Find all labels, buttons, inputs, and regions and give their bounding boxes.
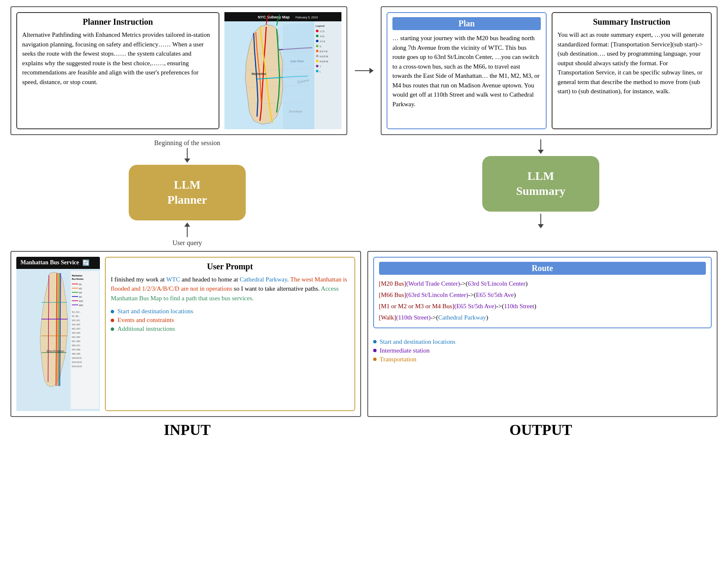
route-arrow-2: ->( (468, 292, 476, 298)
svg-point-18 (316, 60, 318, 62)
svg-text:Manhattan: Manhattan (72, 274, 82, 277)
svg-text:M3: M3 (79, 292, 82, 294)
top-boxes-row: Planner Instruction Alternative Pathfind… (10, 6, 718, 135)
svg-text:M20: M20 (79, 300, 83, 302)
svg-text:M15, M20: M15, M20 (72, 324, 81, 326)
svg-text:1 2 3: 1 2 3 (320, 30, 324, 33)
planner-instruction-title: Planner Instruction (22, 17, 214, 27)
route-bullet-purple (373, 349, 377, 352)
svg-text:N Q R W: N Q R W (320, 60, 328, 63)
legend-label-1: Start and destination locations (117, 308, 193, 315)
left-top-panel: Planner Instruction Alternative Pathfind… (10, 6, 347, 135)
route-arrow-1: ->( (460, 280, 468, 287)
route-service-2: [M66 Bus] (379, 292, 406, 298)
svg-point-12 (316, 45, 318, 47)
svg-text:M42, M50: M42, M50 (72, 336, 81, 338)
subway-map-svg: NYC Subway Map February 5, 2019 Legend 1… (224, 12, 341, 129)
planner-instruction-text: Alternative Pathfinding with Enhanced Me… (22, 30, 214, 87)
bus-map-header: Manhattan Bus Service 🔄 (16, 257, 100, 269)
svg-text:M57, M60: M57, M60 (72, 340, 81, 343)
summary-down-arrow (538, 139, 544, 154)
llm-row: Beginning of the session LLM Planner Use… (10, 137, 718, 249)
prompt-text-1: I finished my work at (111, 276, 166, 283)
svg-text:M102,M103: M102,M103 (72, 361, 82, 363)
route-from-4: (110th Street) (396, 314, 430, 321)
llm-summary-box: LLM Summary (482, 156, 599, 212)
output-label: OUTPUT (364, 421, 718, 439)
user-prompt-box: User Prompt I finished my work at WTC an… (105, 257, 355, 411)
route-line-4: [Walk](110th Street)->(Cathedral Parkway… (379, 312, 706, 323)
route-paren-3: ) (534, 303, 536, 309)
svg-text:M104,M116: M104,M116 (72, 366, 82, 368)
svg-text:L: L (320, 70, 321, 73)
route-service-1: [M20 Bus] (379, 280, 406, 287)
svg-text:Bx1, Bx2...: Bx1, Bx2... (72, 311, 81, 313)
svg-rect-4 (314, 21, 341, 129)
user-prompt-legend: Start and destination locations Events a… (111, 308, 349, 332)
svg-text:4 5 6: 4 5 6 (320, 35, 324, 38)
llm-right-section: LLM Summary (364, 137, 718, 249)
route-line-1: [M20 Bus](World Trade Center)->(63rd St/… (379, 278, 706, 289)
down-arrow-1 (184, 148, 190, 163)
route-to-4: Cathedral Parkway (438, 314, 486, 321)
route-from-1: (World Trade Center) (406, 280, 460, 287)
arrow-up-1 (184, 222, 190, 227)
route-legend: Start and destination locations Intermed… (373, 338, 712, 365)
route-legend-label-1: Start and destination locations (380, 338, 456, 345)
bus-map-svg: Manhattan Bus Routes M1 M2 M3 M4 M20 (16, 269, 100, 411)
bullet-red (111, 319, 114, 322)
route-bullet-blue (373, 340, 377, 343)
route-box: Route [M20 Bus](World Trade Center)->(63… (373, 257, 712, 328)
route-arrow-4: ->( (430, 314, 438, 321)
user-prompt-text: I finished my work at WTC and headed to … (111, 275, 349, 303)
bus-map-icon: 🔄 (82, 259, 89, 266)
route-arrow-3: ->( (496, 303, 504, 309)
svg-rect-42 (71, 271, 99, 409)
prompt-cathedral: Cathedral Parkway (239, 276, 287, 283)
route-title: Route (379, 262, 706, 275)
svg-point-22 (316, 70, 318, 72)
bus-map-box: Manhattan Bus Service 🔄 (16, 257, 100, 411)
route-paren-1: ) (525, 280, 527, 287)
subway-map-box: NYC Subway Map February 5, 2019 Legend 1… (224, 12, 341, 129)
plan-title: Plan (392, 17, 541, 30)
bus-map-content: Manhattan Bus Routes M1 M2 M3 M4 M20 (16, 269, 100, 411)
page-container: Planner Instruction Alternative Pathfind… (0, 0, 728, 583)
llm-planner-line1: LLM (154, 177, 221, 192)
labels-row: INPUT OUTPUT (10, 421, 718, 439)
v-line-2 (187, 227, 188, 237)
svg-text:M22, M23: M22, M23 (72, 328, 81, 330)
plan-box: Plan … starting your journey with the M2… (387, 12, 547, 129)
v-line-4 (540, 214, 541, 224)
svg-point-16 (316, 55, 318, 57)
bus-map-title: Manhattan Bus Service (20, 259, 79, 266)
legend-label-3: Additional instructions (117, 325, 175, 332)
v-line-3 (540, 139, 541, 150)
svg-text:Legend: Legend (316, 25, 325, 27)
llm-summary-line2: Summary (507, 184, 574, 199)
prompt-text-2: and headed to home at (180, 276, 239, 283)
svg-text:M1: M1 (79, 283, 82, 286)
llm-planner-box: LLM Planner (129, 165, 246, 220)
svg-point-10 (316, 40, 318, 42)
route-service-3: [M1 or M2 or M3 or M4 Bus] (379, 303, 454, 309)
route-service-4: [Walk] (379, 314, 396, 321)
svg-text:NYC Subway Map: NYC Subway Map (258, 15, 290, 19)
route-legend-item-3: Transportation (373, 356, 712, 363)
summary-instruction-text: You will act as route summary expert, …y… (557, 30, 706, 96)
route-line-2: [M66 Bus](63rd St/Lincoln Center)->(E65 … (379, 289, 706, 301)
bottom-row: Manhattan Bus Service 🔄 (10, 251, 718, 417)
session-label: Beginning of the session (154, 139, 220, 147)
svg-text:B D F M: B D F M (320, 50, 327, 53)
up-arrow-group (184, 222, 190, 237)
user-prompt-title: User Prompt (111, 262, 349, 271)
svg-point-8 (316, 35, 318, 37)
bullet-green (111, 327, 114, 331)
svg-text:7: 7 (320, 65, 321, 68)
legend-item-2: Events and constraints (111, 317, 349, 324)
route-to-1: 63rd St/Lincoln Center (468, 280, 525, 287)
planner-instruction-box: Planner Instruction Alternative Pathfind… (16, 12, 219, 129)
session-arrow-group: Beginning of the session (154, 139, 220, 163)
llm-planner-line2: Planner (154, 192, 221, 207)
route-paren-4: ) (486, 314, 488, 321)
